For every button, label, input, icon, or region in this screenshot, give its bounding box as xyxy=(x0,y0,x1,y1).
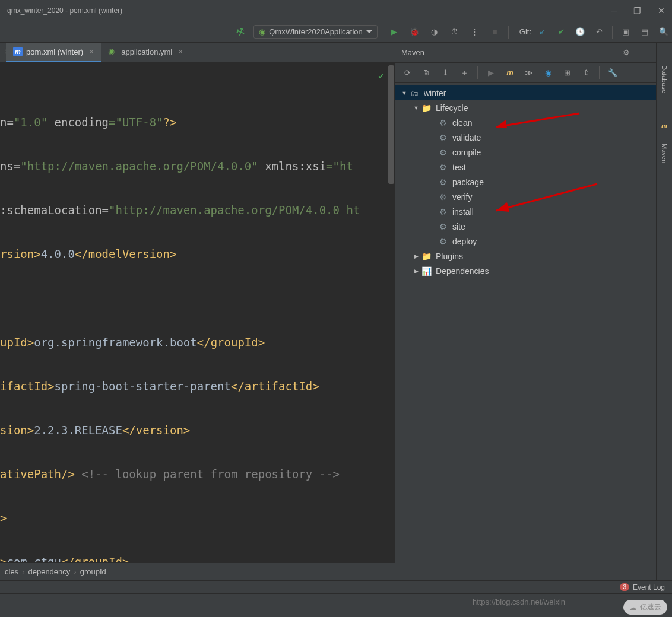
event-count-badge: 3 xyxy=(620,583,629,591)
gear-icon: ⚙ xyxy=(438,148,448,157)
maven-icon: m xyxy=(13,47,23,56)
execute-icon[interactable]: m xyxy=(504,67,516,79)
debug-icon[interactable]: 🐞 xyxy=(408,26,420,38)
database-label[interactable]: Database xyxy=(661,65,668,93)
run-config-selector[interactable]: ◉ QmxWinter2020Application xyxy=(253,25,378,39)
goal-label: deploy xyxy=(452,237,477,246)
crumb[interactable]: dependency xyxy=(28,567,70,576)
generate-sources-icon[interactable]: 🗎 xyxy=(420,67,432,79)
minimize-button[interactable]: ─ xyxy=(611,6,617,15)
goal-label: install xyxy=(452,207,474,217)
chevron-right-icon: › xyxy=(22,567,24,576)
tab-close-prev[interactable]: × xyxy=(0,43,6,62)
attach-icon[interactable]: ⋮ xyxy=(469,26,481,38)
gear-icon: ⚙ xyxy=(438,118,448,128)
maven-goal-site[interactable]: ⚙site xyxy=(395,219,656,234)
tab-pom[interactable]: m pom.xml (winter) × xyxy=(6,43,101,62)
gear-icon: ⚙ xyxy=(438,222,448,231)
collapse-icon[interactable]: ⇕ xyxy=(580,67,592,79)
coverage-icon[interactable]: ◑ xyxy=(429,26,440,38)
gear-icon[interactable]: ⚙ xyxy=(620,47,632,59)
chevron-down-icon xyxy=(366,30,372,33)
titlebar: qmx_winter_2020 - pom.xml (winter) ─ ❐ ✕ xyxy=(0,0,672,21)
source-url: https://blog.csdn.net/weixin xyxy=(473,597,565,606)
maven-goal-validate[interactable]: ⚙validate xyxy=(395,130,656,145)
reimport-icon[interactable]: ⟳ xyxy=(401,67,413,79)
database-tool-icon[interactable]: ≡ xyxy=(661,47,668,51)
search-icon[interactable]: 🔍 xyxy=(658,26,670,38)
close-button[interactable]: ✕ xyxy=(658,6,665,15)
gear-icon: ⚙ xyxy=(438,163,448,172)
settings-icon[interactable]: 🔧 xyxy=(607,67,619,79)
maven-goal-compile[interactable]: ⚙compile xyxy=(395,145,656,160)
tab-label: pom.xml (winter) xyxy=(26,47,83,56)
history-icon[interactable]: 🕓 xyxy=(574,26,586,38)
tree-label: Dependencies xyxy=(436,266,489,276)
scroll-thumb[interactable] xyxy=(388,65,394,184)
chevron-right-icon[interactable] xyxy=(412,268,420,274)
maven-goal-verify[interactable]: ⚙verify xyxy=(395,189,656,204)
minimize-panel-icon[interactable]: — xyxy=(638,47,650,59)
tree-root-winter[interactable]: 🗂 winter xyxy=(395,85,656,100)
event-log-button[interactable]: 3 Event Log xyxy=(620,583,665,591)
git-commit-icon[interactable]: ✔ xyxy=(555,26,567,38)
tab-yml[interactable]: ◉ application.yml × xyxy=(101,43,190,62)
breadcrumb[interactable]: cies › dependency › groupId xyxy=(0,562,395,580)
chevron-down-icon[interactable] xyxy=(412,105,420,111)
git-update-icon[interactable]: ↙ xyxy=(536,26,548,38)
goal-label: site xyxy=(452,222,465,231)
close-icon[interactable]: × xyxy=(89,47,94,56)
spring-icon: ◉ xyxy=(108,47,118,56)
gear-icon: ⚙ xyxy=(438,177,448,187)
chevron-down-icon[interactable] xyxy=(400,90,408,96)
maven-tool-icon[interactable]: m xyxy=(661,122,667,129)
profiler-icon[interactable]: ⏱ xyxy=(449,26,461,38)
maven-label[interactable]: Maven xyxy=(661,144,668,163)
divider xyxy=(599,66,600,79)
maximize-button[interactable]: ❐ xyxy=(633,6,641,15)
add-icon[interactable]: ＋ xyxy=(458,67,470,79)
crumb[interactable]: groupId xyxy=(80,567,106,576)
crumb[interactable]: cies xyxy=(5,567,18,576)
revert-icon[interactable]: ↶ xyxy=(593,26,605,38)
tree-plugins[interactable]: 📁 Plugins xyxy=(395,249,656,263)
gear-icon: ⚙ xyxy=(438,192,448,202)
folder-icon: 📁 xyxy=(421,252,431,261)
scrollbar[interactable] xyxy=(388,63,395,562)
divider xyxy=(477,66,478,79)
run-icon[interactable]: ▶ xyxy=(388,26,400,38)
tab-label: application.yml xyxy=(121,47,172,56)
presentation-icon[interactable]: ▤ xyxy=(639,26,651,38)
event-log-label: Event Log xyxy=(633,583,665,591)
skip-tests-icon[interactable]: ◉ xyxy=(542,67,554,79)
bottom-bar: https://blog.csdn.net/weixin xyxy=(0,593,672,617)
download-icon[interactable]: ⬇ xyxy=(439,67,451,79)
close-icon[interactable]: × xyxy=(178,47,183,56)
main-toolbar: ⚒ ◉ QmxWinter2020Application ▶ 🐞 ◑ ⏱ ⋮ ■… xyxy=(0,21,672,43)
toggle-offline-icon[interactable]: ≫ xyxy=(523,67,535,79)
build-icon[interactable]: ⚒ xyxy=(233,24,249,40)
folder-icon: 📁 xyxy=(421,103,431,113)
inspection-ok-icon[interactable]: ✔ xyxy=(378,66,384,85)
maven-tree: 🗂 winter 📁 Lifecycle ⚙clean⚙validate⚙com… xyxy=(395,83,656,580)
tree-dependencies[interactable]: 📊 Dependencies xyxy=(395,263,656,278)
chevron-right-icon: › xyxy=(74,567,76,576)
show-dependencies-icon[interactable]: ⊞ xyxy=(561,67,573,79)
goal-label: test xyxy=(452,163,466,172)
chevron-right-icon[interactable] xyxy=(412,253,420,259)
maven-goal-package[interactable]: ⚙package xyxy=(395,174,656,189)
divider xyxy=(508,26,509,39)
maven-goal-test[interactable]: ⚙test xyxy=(395,160,656,174)
tree-lifecycle[interactable]: 📁 Lifecycle xyxy=(395,100,656,115)
window-icon[interactable]: ▣ xyxy=(620,26,632,38)
window-title: qmx_winter_2020 - pom.xml (winter) xyxy=(7,7,611,15)
code-editor[interactable]: ✔ n="1.0" encoding="UTF-8"?> ns="http://… xyxy=(0,63,395,562)
run-goal-icon[interactable]: ▶ xyxy=(485,67,497,79)
maven-goal-clean[interactable]: ⚙clean xyxy=(395,115,656,130)
maven-goal-deploy[interactable]: ⚙deploy xyxy=(395,234,656,249)
watermark: ☁ 亿速云 xyxy=(623,600,667,615)
divider xyxy=(612,26,613,39)
maven-goal-install[interactable]: ⚙install xyxy=(395,204,656,219)
editor-tabs: × m pom.xml (winter) × ◉ application.yml… xyxy=(0,43,395,63)
stop-icon[interactable]: ■ xyxy=(489,26,501,38)
